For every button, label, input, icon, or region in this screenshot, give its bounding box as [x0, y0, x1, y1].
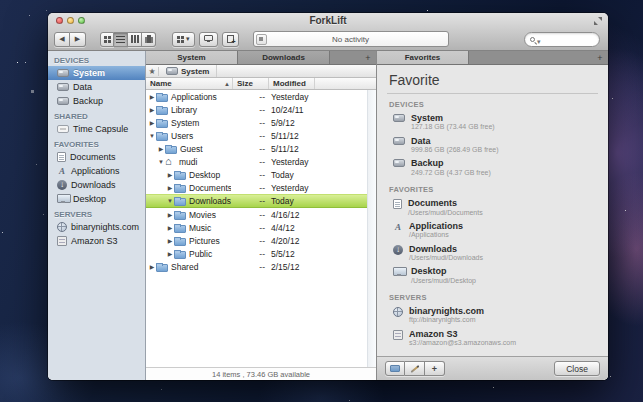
search-input[interactable]: [544, 35, 594, 44]
favorite-star-button[interactable]: ★: [146, 67, 159, 76]
favorite-item-label: Documents: [408, 198, 483, 208]
new-tab-button[interactable]: +: [360, 51, 376, 64]
favorite-item-documents[interactable]: Documents/Users/mudi/Documents: [387, 196, 598, 219]
forward-button[interactable]: ▶: [70, 32, 86, 47]
file-list: ▶Applications--Yesterday▶Library--10/24/…: [146, 90, 376, 367]
search-field[interactable]: [524, 32, 600, 47]
sidebar-item-data[interactable]: Data: [48, 80, 145, 94]
file-row-desktop[interactable]: ▶Desktop--Today: [146, 168, 376, 181]
file-row-documents[interactable]: ▶Documents--Yesterday: [146, 181, 376, 194]
file-row-users[interactable]: ▼Users--5/11/12: [146, 129, 376, 142]
column-header-name[interactable]: Name ▲: [146, 79, 232, 88]
file-name: Desktop: [186, 170, 231, 180]
sidebar-item-binarynights-com[interactable]: binarynights.com: [48, 220, 145, 234]
favorite-item-label: Data: [411, 136, 499, 146]
sidebar-item-label: binarynights.com: [71, 222, 139, 232]
file-name: Public: [186, 249, 231, 259]
tab-system[interactable]: System: [146, 51, 238, 64]
tab-downloads[interactable]: Downloads: [238, 51, 330, 64]
disclosure-collapsed-icon[interactable]: ▶: [148, 263, 156, 270]
file-row-shared[interactable]: ▶Shared--2/15/12: [146, 260, 376, 273]
file-row-library[interactable]: ▶Library--10/24/11: [146, 103, 376, 116]
disclosure-collapsed-icon[interactable]: ▶: [148, 93, 156, 100]
close-button[interactable]: Close: [554, 361, 600, 376]
column-header-size[interactable]: Size: [232, 78, 268, 89]
sidebar-item-label: Applications: [71, 166, 120, 176]
file-row-music[interactable]: ▶Music--4/4/12: [146, 221, 376, 234]
disclosure-collapsed-icon[interactable]: ▶: [157, 145, 165, 152]
forklift-window: ForkLift ◀ ▶ No a: [48, 13, 608, 380]
new-folder-button[interactable]: [222, 32, 239, 47]
disclosure-collapsed-icon[interactable]: ▶: [148, 106, 156, 113]
favorite-item-binarynights-com[interactable]: binarynights.comftp://binarynights.com: [387, 304, 598, 327]
edit-favorite-button[interactable]: [405, 361, 425, 376]
file-size: --: [231, 118, 265, 128]
add-favorite-button[interactable]: [425, 361, 445, 376]
disclosure-collapsed-icon[interactable]: ▶: [166, 237, 174, 244]
downloads-icon: [393, 245, 403, 255]
back-icon: ◀: [59, 35, 64, 43]
disclosure-collapsed-icon[interactable]: ▶: [166, 184, 174, 191]
scrollbar-track[interactable]: [367, 90, 376, 367]
add-folder-button[interactable]: [385, 361, 405, 376]
view-mode-segmented-control: [100, 32, 156, 47]
file-row-mudi[interactable]: ▼mudi--Yesterday: [146, 155, 376, 168]
file-row-guest[interactable]: ▶Guest--5/11/12: [146, 142, 376, 155]
disclosure-collapsed-icon[interactable]: ▶: [148, 119, 156, 126]
activity-status-area[interactable]: No activity: [253, 31, 449, 47]
drive-icon: [57, 83, 69, 91]
disclosure-collapsed-icon[interactable]: ▶: [166, 171, 174, 178]
search-scope-chevron-icon[interactable]: [535, 30, 541, 48]
sidebar-item-desktop[interactable]: Desktop: [48, 192, 145, 206]
sidebar-item-downloads[interactable]: Downloads: [48, 178, 145, 192]
column-view-button[interactable]: [128, 32, 142, 47]
favorite-item-label: Amazon S3: [409, 329, 516, 339]
file-row-downloads[interactable]: ▼Downloads--Today: [146, 194, 376, 208]
sidebar-item-amazon-s3[interactable]: Amazon S3: [48, 234, 145, 248]
star-icon: ★: [148, 67, 155, 76]
file-row-movies[interactable]: ▶Movies--4/16/12: [146, 208, 376, 221]
file-row-pictures[interactable]: ▶Pictures--4/20/12: [146, 234, 376, 247]
column-header-modified[interactable]: Modified: [268, 78, 314, 89]
icon-view-button[interactable]: [100, 32, 114, 47]
coverflow-view-button[interactable]: [142, 32, 156, 47]
favorite-item-data[interactable]: Data999.86 GB (268.49 GB free): [387, 134, 598, 157]
favorite-item-downloads[interactable]: Downloads/Users/mudi/Downloads: [387, 242, 598, 265]
file-name: Movies: [186, 210, 231, 220]
disclosure-collapsed-icon[interactable]: ▶: [166, 211, 174, 218]
file-size: --: [231, 236, 265, 246]
new-favorite-tab-button[interactable]: +: [592, 51, 608, 64]
file-row-public[interactable]: ▶Public--5/5/12: [146, 247, 376, 260]
breadcrumb[interactable]: System: [159, 65, 217, 77]
disclosure-collapsed-icon[interactable]: ▶: [166, 250, 174, 257]
fullscreen-icon[interactable]: [594, 17, 602, 25]
titlebar[interactable]: ForkLift: [48, 13, 608, 28]
sidebar-item-documents[interactable]: Documents: [48, 150, 145, 164]
favorite-item-system[interactable]: System127.18 GB (73.44 GB free): [387, 111, 598, 134]
file-row-applications[interactable]: ▶Applications--Yesterday: [146, 90, 376, 103]
disclosure-expanded-icon[interactable]: ▼: [166, 198, 174, 204]
sidebar-item-applications[interactable]: Applications: [48, 164, 145, 178]
sidebar-item-system[interactable]: System: [48, 66, 145, 80]
disclosure-expanded-icon[interactable]: ▼: [157, 159, 165, 165]
favorite-item-desktop[interactable]: Desktop/Users/mudi/Desktop: [387, 264, 598, 287]
zoom-button[interactable]: [78, 17, 85, 24]
favorite-item-backup[interactable]: Backup249.72 GB (4.37 GB free): [387, 156, 598, 179]
file-size: --: [231, 210, 265, 220]
sidebar-item-time-capsule[interactable]: Time Capsule: [48, 122, 145, 136]
sidebar-item-backup[interactable]: Backup: [48, 94, 145, 108]
favorite-item-amazon-s3[interactable]: Amazon S3s3://amazon@s3.amazonaws.com: [387, 327, 598, 350]
file-size: --: [231, 170, 265, 180]
disclosure-expanded-icon[interactable]: ▼: [148, 133, 156, 139]
back-button[interactable]: ◀: [54, 32, 70, 47]
tab-favorites[interactable]: Favorites: [377, 51, 469, 64]
favorite-item-applications[interactable]: Applications/Applications: [387, 219, 598, 242]
view-options-button[interactable]: [172, 32, 195, 47]
close-button[interactable]: [56, 17, 63, 24]
minimize-button[interactable]: [67, 17, 74, 24]
file-row-system[interactable]: ▶System--5/9/12: [146, 116, 376, 129]
list-view-button[interactable]: [114, 32, 128, 47]
disclosure-collapsed-icon[interactable]: ▶: [166, 224, 174, 231]
connect-button[interactable]: [199, 32, 218, 47]
file-modified: Yesterday: [265, 92, 311, 102]
